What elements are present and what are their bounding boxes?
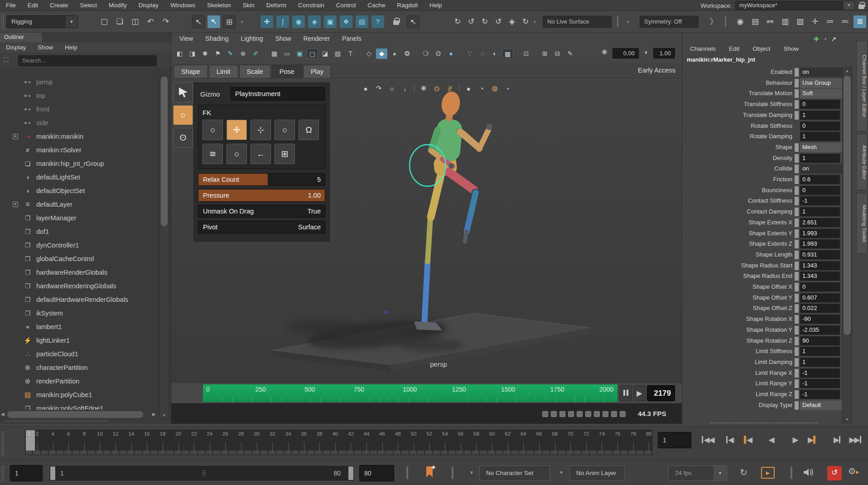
wand-icon[interactable]: ✎ <box>225 48 236 59</box>
current-time-field[interactable]: 1 <box>658 432 691 448</box>
play-button[interactable]: ▶ <box>633 385 646 401</box>
key-state-indicator[interactable] <box>795 175 799 184</box>
tool-setting-row[interactable]: Pressure1.00 <box>198 189 325 202</box>
viewport-menu-renderer[interactable]: Renderer <box>304 33 330 44</box>
cycle-icon[interactable]: ↻ <box>478 15 491 28</box>
key-state-indicator[interactable] <box>795 304 799 313</box>
select-hierarchy-icon[interactable]: ↖ <box>192 15 205 28</box>
key-state-indicator[interactable] <box>795 165 799 173</box>
key-state-indicator[interactable] <box>795 358 799 367</box>
outliner-item[interactable]: ❐hardwareRenderingGlobals <box>0 279 159 293</box>
key-state-indicator[interactable] <box>795 390 799 399</box>
attribute-value-field[interactable]: -1 <box>800 379 840 388</box>
hypershade-icon[interactable]: ▧ <box>794 15 806 28</box>
menu-ragdoll[interactable]: Ragdoll <box>391 0 424 11</box>
menu-set-selector[interactable]: Rigging ▼ <box>6 15 78 28</box>
tool-setting-row[interactable]: Unmask On DragTrue <box>198 205 325 218</box>
hud-chevron-icon[interactable]: ▾ <box>504 86 512 91</box>
key-state-indicator[interactable] <box>795 272 799 281</box>
side-tab-modeling-toolkit[interactable]: Modeling Toolkit <box>856 193 868 254</box>
scroll-down-icon[interactable]: ▼ <box>843 417 852 422</box>
symmetry-field[interactable]: Symmetry: Off <box>640 16 699 28</box>
outliner-item[interactable]: ▧manikin:polyCube1 <box>0 388 159 402</box>
menu-skin[interactable]: Skin <box>236 0 260 11</box>
attribute-value-field[interactable]: 90 <box>800 336 840 346</box>
attribute-value-field[interactable]: 1 <box>800 347 840 356</box>
auto-keyframe-button[interactable]: ↺ <box>827 466 842 480</box>
loop-icon[interactable]: ↻ <box>740 467 747 478</box>
step-back-key-button[interactable]: ◀ <box>738 431 757 449</box>
attribute-value-field[interactable]: 2.651 <box>800 218 840 228</box>
expand-arrow-icon[interactable]: ❯ <box>709 16 714 25</box>
scrollbar-thumb[interactable] <box>844 76 851 335</box>
key-state-indicator[interactable] <box>795 89 799 98</box>
viewport-menu-lighting[interactable]: Lighting <box>241 33 263 44</box>
viewport-menu-panels[interactable]: Panels <box>342 33 362 44</box>
tab-scale[interactable]: Scale <box>239 65 271 78</box>
bookmark-icon[interactable]: ⚑ <box>212 48 223 59</box>
half-resolution-icon[interactable]: ◐ <box>489 48 501 59</box>
key-state-indicator[interactable] <box>795 143 799 152</box>
render-sequence-icon[interactable]: ▥ <box>779 15 791 28</box>
outliner-item[interactable]: ❐globalCacheControl <box>0 252 159 266</box>
chevron-down-icon[interactable]: ▼ <box>844 1 854 10</box>
fk-waves-button[interactable]: ≋ <box>203 144 223 164</box>
play-backwards-button[interactable]: ◀ <box>761 431 781 449</box>
gate-mask-icon[interactable]: ▢ <box>307 48 318 59</box>
scroll-down-icon[interactable]: ▼ <box>161 413 168 417</box>
current-frame-display[interactable]: 2179 <box>647 385 675 401</box>
key-state-indicator[interactable] <box>795 111 799 120</box>
select-component-icon[interactable]: ⊞ <box>223 15 236 28</box>
add-bookmark-icon[interactable]: ✚ <box>431 465 435 470</box>
select-tool-button[interactable] <box>173 82 193 102</box>
hud-sphere-icon[interactable]: ● <box>464 85 473 92</box>
hud-tangent-icon[interactable]: ↷ <box>375 84 383 92</box>
panel-resize-handle[interactable] <box>5 421 109 422</box>
resolution-gate-icon[interactable]: ▣ <box>294 48 305 59</box>
snap-to-mesh-icon[interactable]: ❖ <box>340 15 352 28</box>
scene-marker-dot[interactable] <box>385 311 388 314</box>
key-state-indicator[interactable] <box>795 347 799 356</box>
attribute-value-field[interactable]: -90 <box>800 315 840 324</box>
lit-icon[interactable]: ❂ <box>401 48 413 59</box>
hud-shutter-icon[interactable]: ❋ <box>420 84 428 92</box>
channel-menu-show[interactable]: Show <box>783 44 799 54</box>
viewport-menu-view[interactable]: View <box>179 33 193 44</box>
menu-windows[interactable]: Windows <box>164 0 201 11</box>
shaded-cube-icon[interactable]: ◆ <box>376 48 387 59</box>
outliner-menu-display[interactable]: Display <box>6 42 26 53</box>
menu-modify[interactable]: Modify <box>103 0 133 11</box>
select-box-icon[interactable]: ⊡ <box>521 48 532 59</box>
divider-handle[interactable] <box>406 466 408 479</box>
gizmo-field[interactable]: PlayInstrument <box>231 87 325 101</box>
outliner-item[interactable]: ❐dof1 <box>0 225 159 238</box>
attribute-value-field[interactable]: 0 <box>800 121 840 131</box>
zoom-region-icon[interactable]: ⊕ <box>237 48 249 59</box>
open-scene-icon[interactable]: ❏ <box>113 15 126 28</box>
animation-start-field[interactable]: 1 <box>10 465 43 481</box>
grease-pencil-icon[interactable]: ✐ <box>250 48 261 59</box>
attribute-value-field[interactable]: on <box>800 164 848 174</box>
fk-graph-button[interactable]: ⊞ <box>275 144 295 164</box>
pause-button[interactable] <box>620 385 632 401</box>
attribute-value-field[interactable]: 1.343 <box>800 272 840 281</box>
scrollbar-thumb[interactable] <box>161 77 168 226</box>
manipulate-tool-button[interactable]: ○ <box>173 105 193 125</box>
playblast-icon[interactable]: ▶ <box>761 467 775 479</box>
chevron-down-icon[interactable]: ▾ <box>241 20 243 24</box>
transform-axes-icon[interactable]: ✚ <box>814 35 819 43</box>
toolbar-grip[interactable] <box>1 14 4 29</box>
attribute-value-field[interactable]: 1 <box>800 132 840 141</box>
ragdoll-timeline[interactable]: 025050075010001250150017502000 <box>203 384 617 402</box>
hint-button[interactable]: ʘ <box>173 128 193 148</box>
character-set-selector[interactable]: No Character Set <box>479 466 550 481</box>
graph-icon[interactable]: ↗ <box>831 35 836 43</box>
outliner-tab[interactable]: Outliner <box>0 33 42 42</box>
camera-lock-icon[interactable]: ◨ <box>187 48 198 59</box>
default-light-icon[interactable]: ʘ <box>433 48 444 59</box>
display-toggle-1-icon[interactable]: ≔ <box>824 15 836 28</box>
image-plane-icon[interactable]: ▨ <box>332 48 343 59</box>
outliner-item[interactable]: ◑defaultObjectSet <box>0 184 159 198</box>
fk-back-button[interactable]: ← <box>251 144 271 164</box>
tool-setting-row[interactable]: PivotSurface <box>198 221 325 233</box>
